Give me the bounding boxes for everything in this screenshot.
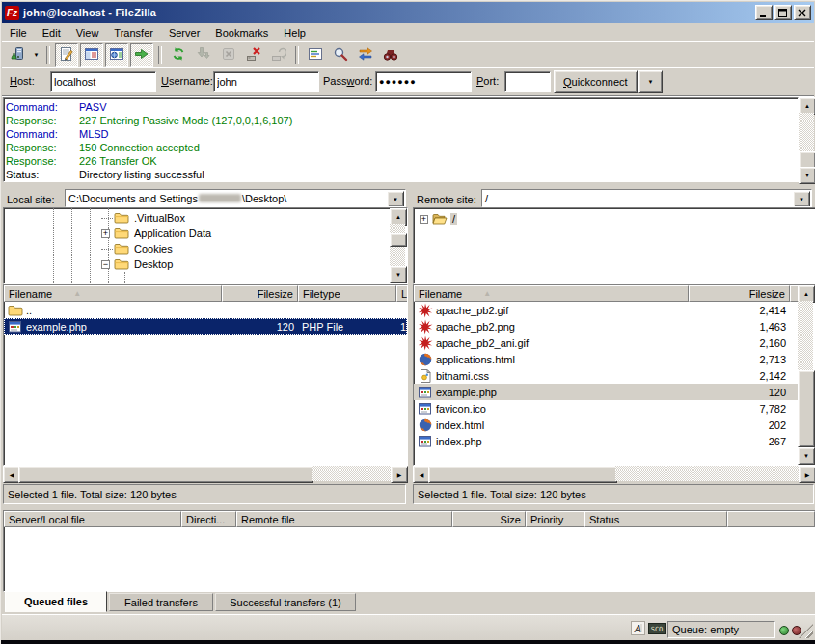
queue-column-status[interactable]: Status (584, 511, 727, 527)
scrollbar-track[interactable] (312, 466, 391, 481)
scrollbar-thumb[interactable] (798, 370, 815, 447)
remote-list-scrollbar[interactable]: ▲ ▼ (798, 285, 813, 463)
toggle-remote-tree-button[interactable] (105, 43, 128, 67)
menu-edit[interactable]: Edit (35, 25, 68, 40)
menu-transfer[interactable]: Transfer (106, 25, 161, 40)
queue-status-field: Queue: empty (667, 621, 775, 638)
queue-column-size[interactable]: Size (452, 511, 526, 527)
menu-view[interactable]: View (68, 25, 107, 40)
file-row-favicon-ico[interactable]: favicon.ico7,782 (414, 400, 815, 416)
password-field[interactable] (375, 71, 472, 92)
column-header-label: Filetype (303, 288, 340, 300)
file-name: index.html (436, 419, 484, 431)
process-queue-icon (196, 46, 211, 64)
log-text: Directory listing successful (79, 169, 204, 180)
host-field[interactable] (50, 71, 156, 92)
scrollbar-track[interactable] (615, 466, 799, 481)
disconnect-button[interactable] (242, 43, 265, 67)
expand-plus-icon[interactable]: + (420, 215, 428, 224)
site-manager-dropdown-arrow[interactable]: ▼ (30, 45, 42, 65)
filter-button[interactable] (304, 43, 327, 67)
menu-help[interactable]: Help (276, 25, 313, 40)
port-field[interactable] (504, 71, 551, 92)
combo-dropdown-arrow-icon[interactable]: ▼ (387, 191, 404, 207)
data-type-ascii-icon[interactable]: A (631, 621, 645, 635)
file-row-applications-html[interactable]: applications.html2,713 (414, 351, 815, 367)
queue-column-directi[interactable]: Directi... (181, 511, 236, 527)
scrollbar-thumb[interactable] (390, 233, 407, 247)
username-field[interactable] (213, 71, 319, 92)
remote-list-hscrollbar[interactable]: ◀ ▶ (413, 466, 814, 481)
file-row-item[interactable]: .. (4, 302, 407, 318)
scrollbar-track[interactable] (799, 113, 814, 151)
menu-bookmarks[interactable]: Bookmarks (207, 25, 276, 40)
close-button[interactable] (794, 5, 811, 20)
minimize-button[interactable] (755, 5, 773, 20)
combo-dropdown-arrow-icon[interactable]: ▼ (793, 191, 810, 207)
column-header-filesize[interactable]: Filesize (689, 285, 790, 302)
local-list-hscrollbar[interactable]: ◀ ▶ (3, 466, 406, 481)
toggle-local-tree-button[interactable] (80, 43, 103, 67)
column-header-filename[interactable]: Filename▲ (4, 285, 222, 302)
local-tree-scrollbar[interactable]: ▲ ▼ (390, 208, 405, 282)
file-row-example-php[interactable]: example.php120 (414, 384, 815, 400)
tab-successful-transfers-1[interactable]: Successful transfers (1) (215, 593, 356, 611)
collapse-minus-icon[interactable]: − (101, 260, 110, 269)
queue-column-priority[interactable]: Priority (526, 511, 584, 527)
tree-item-cookies[interactable]: Cookies (4, 241, 407, 256)
scroll-down-button[interactable]: ▼ (798, 447, 815, 465)
menu-server[interactable]: Server (161, 25, 207, 40)
quickconnect-button[interactable]: Quickconnect (554, 70, 638, 93)
folder-icon (114, 210, 129, 226)
toolbar-separator (46, 46, 50, 64)
file-row-apache-pb2-gif[interactable]: apache_pb2.gif2,414 (414, 302, 815, 318)
file-row-apache-pb2-ani-gif[interactable]: apache_pb2_ani.gif2,160 (414, 335, 815, 351)
tree-item-item[interactable]: +/ (414, 211, 815, 227)
column-header-label: Status (589, 514, 619, 525)
menu-file[interactable]: File (2, 25, 35, 40)
scrollbar-track[interactable] (798, 301, 813, 370)
quickconnect-dropdown-arrow[interactable]: ▼ (638, 70, 663, 93)
scrollbar-thumb[interactable] (428, 466, 617, 483)
toggle-log-button[interactable] (55, 43, 78, 67)
file-row-index-html[interactable]: index.html202 (414, 416, 815, 433)
ico-icon (418, 401, 433, 416)
maximize-button[interactable] (774, 5, 792, 20)
column-header-filesize[interactable]: Filesize (222, 285, 298, 302)
site-manager-button[interactable] (6, 43, 29, 67)
file-row-apache-pb2-png[interactable]: apache_pb2.png1,463 (414, 318, 815, 335)
toolbar: ▼ (2, 42, 814, 67)
tree-item-desktop[interactable]: −Desktop (4, 256, 407, 272)
tree-item-virtualbox[interactable]: .VirtualBox (4, 210, 407, 226)
scroll-down-button[interactable]: ▼ (390, 266, 407, 283)
scroll-right-button[interactable]: ▶ (391, 466, 408, 483)
file-cell: 2,160 (689, 335, 790, 351)
file-row-index-php[interactable]: index.php267 (414, 433, 815, 449)
expand-plus-icon[interactable]: + (101, 229, 110, 238)
tab-failed-transfers[interactable]: Failed transfers (109, 593, 213, 611)
column-header-filetype[interactable]: Filetype (298, 285, 396, 302)
remote-site-combo[interactable]: / ▼ (481, 189, 812, 207)
speed-limit-icon[interactable]: SCO (648, 623, 666, 634)
log-scrollbar[interactable]: ▲ ▼ (799, 97, 814, 182)
scroll-right-button[interactable]: ▶ (799, 466, 815, 483)
file-row-bitnami-css[interactable]: bitnami.css2,142 (414, 367, 815, 384)
compare-button[interactable] (329, 43, 352, 67)
find-button[interactable] (379, 43, 402, 67)
scroll-down-button[interactable]: ▼ (799, 167, 815, 184)
sync-browsing-button[interactable] (354, 43, 377, 67)
queue-column-server-local-file[interactable]: Server/Local file (4, 511, 181, 527)
file-row-example-php[interactable]: example.php120PHP File1 (4, 318, 407, 335)
tab-queued-files[interactable]: Queued files (5, 591, 107, 612)
tree-item-application-data[interactable]: +Application Data (4, 226, 407, 241)
queue-column-remote-file[interactable]: Remote file (236, 511, 452, 527)
local-site-combo[interactable]: C:\Documents and Settings\Desktop\ ▼ (65, 189, 406, 207)
toolbar-separator (158, 46, 162, 64)
column-header-l[interactable]: L (396, 285, 408, 302)
scrollbar-thumb[interactable] (18, 466, 313, 483)
toggle-queue-button[interactable] (130, 43, 153, 67)
filezilla-logo-icon[interactable]: Fz (5, 6, 19, 20)
refresh-button[interactable] (167, 43, 190, 67)
column-header-filename[interactable]: Filename▲ (414, 285, 689, 302)
local-path-after: \Desktop\ (242, 193, 286, 204)
